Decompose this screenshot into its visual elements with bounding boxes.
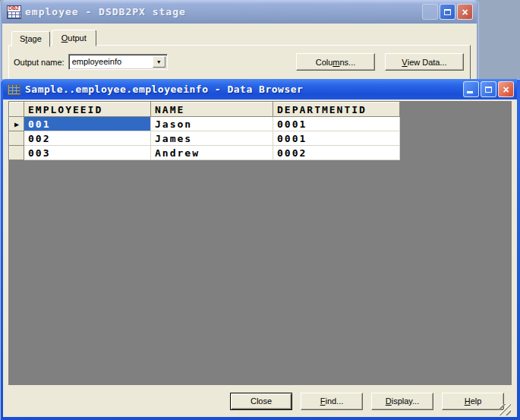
data-browser-body: EMPLOYEEID NAME DEPARTMENTID ▶ 001 Jason… — [3, 99, 517, 417]
column-header-name[interactable]: NAME — [151, 103, 273, 117]
stage-caption-buttons: × — [422, 4, 473, 20]
db2-icon-label: DB2 — [8, 5, 19, 11]
row-selector[interactable] — [10, 146, 24, 160]
stage-window-titlebar[interactable]: DB2 employee - DSDB2PX stage × — [2, 0, 477, 24]
grid-cell[interactable]: Jason — [151, 117, 273, 131]
minimize-button[interactable] — [422, 4, 438, 20]
table-row: 003 Andrew 0002 — [10, 146, 400, 160]
stage-action-buttons: Columns... View Data... — [296, 53, 464, 71]
tab-stage[interactable]: Stage — [11, 31, 50, 47]
row-selector[interactable] — [10, 131, 24, 146]
table-icon — [8, 84, 20, 95]
grid-client-area: EMPLOYEEID NAME DEPARTMENTID ▶ 001 Jason… — [8, 101, 512, 385]
grid-cell[interactable]: 002 — [24, 131, 151, 146]
minimize-button[interactable] — [463, 81, 479, 97]
output-name-label: Output name: — [14, 58, 65, 67]
db2-icon-grid — [8, 11, 20, 18]
close-icon[interactable]: × — [457, 4, 473, 20]
view-data-button[interactable]: View Data... — [385, 53, 464, 71]
db2-stage-icon: DB2 — [7, 5, 21, 19]
browser-caption-buttons: × — [463, 81, 514, 97]
data-browser-titlebar[interactable]: Sample..employee.employeeinfo - Data Bro… — [3, 79, 517, 99]
maximize-button[interactable] — [440, 4, 455, 20]
grid-cell[interactable]: James — [151, 131, 273, 146]
column-header-departmentid[interactable]: DEPARTMENTID — [273, 103, 400, 117]
data-browser-window: Sample..employee.employeeinfo - Data Bro… — [0, 79, 520, 420]
grid-header-row: EMPLOYEEID NAME DEPARTMENTID — [10, 103, 400, 117]
close-button[interactable]: Close — [230, 393, 292, 410]
desktop: { "icons": { "row_marker": "▶", "combo_a… — [0, 0, 520, 420]
maximize-button[interactable] — [481, 81, 496, 97]
grid-cell[interactable]: 0001 — [273, 117, 400, 131]
maximize-icon — [485, 87, 492, 93]
display-button[interactable]: Display... — [371, 393, 433, 410]
row-selector[interactable]: ▶ — [10, 117, 24, 131]
help-button[interactable]: Help — [442, 393, 504, 410]
grid-cell[interactable]: Andrew — [151, 146, 273, 160]
close-icon[interactable]: × — [498, 81, 514, 97]
tab-strip: Stage Output — [11, 30, 471, 46]
columns-button[interactable]: Columns... — [296, 53, 375, 71]
data-browser-title: Sample..employee.employeeinfo - Data Bro… — [25, 84, 459, 95]
minimize-icon — [467, 91, 473, 93]
maximize-icon — [444, 9, 451, 15]
data-grid: EMPLOYEEID NAME DEPARTMENTID ▶ 001 Jason… — [9, 102, 400, 160]
column-header-employeeid[interactable]: EMPLOYEEID — [24, 103, 151, 117]
stage-window-title: employee - DSDB2PX stage — [25, 6, 418, 17]
grid-cell[interactable]: 001 — [24, 117, 151, 131]
output-name-value: employeeinfo — [69, 55, 151, 69]
table-row: 002 James 0001 — [10, 131, 400, 146]
resize-grip[interactable] — [500, 404, 511, 415]
grid-corner-cell — [10, 103, 24, 117]
grid-cell[interactable]: 0002 — [273, 146, 400, 160]
tab-output[interactable]: Output — [52, 30, 96, 46]
output-name-combobox[interactable]: employeeinfo ▼ — [68, 54, 168, 70]
chevron-down-icon[interactable]: ▼ — [153, 56, 165, 68]
browser-button-bar: Close Find... Display... Help — [8, 385, 512, 417]
current-row-arrow-icon: ▶ — [14, 120, 19, 128]
table-row: ▶ 001 Jason 0001 — [10, 117, 400, 131]
grid-cell[interactable]: 003 — [24, 146, 151, 160]
find-button[interactable]: Find... — [301, 393, 363, 410]
grid-cell[interactable]: 0001 — [273, 131, 400, 146]
